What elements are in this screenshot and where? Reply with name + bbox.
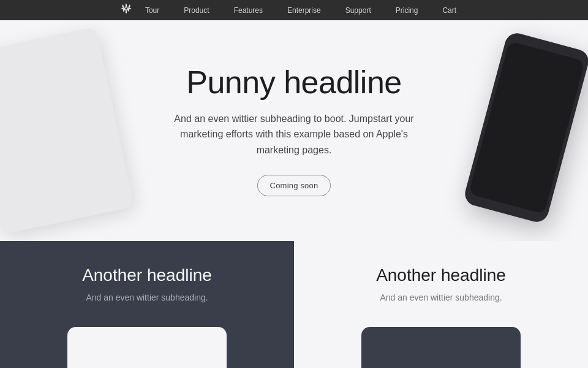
device-left-illustration — [0, 26, 134, 234]
card-mockup-right — [361, 327, 521, 368]
section-left-subheading: And an even wittier subheading. — [86, 293, 208, 302]
navbar: Tour Product Features Enterprise Support… — [0, 0, 588, 20]
section-right-headline: Another headline — [376, 266, 506, 285]
logo-icon[interactable] — [121, 3, 132, 17]
nav-item-product[interactable]: Product — [173, 0, 220, 20]
hero-subtitle: And an even wittier subheading to boot. … — [165, 111, 423, 158]
hero-title: Punny headline — [165, 65, 423, 100]
section-right-subheading: And an even wittier subheading. — [380, 293, 502, 302]
nav-item-enterprise[interactable]: Enterprise — [276, 0, 332, 20]
nav-item-support[interactable]: Support — [334, 0, 382, 20]
section-dark: Another headline And an even wittier sub… — [0, 241, 294, 368]
device-screen — [469, 41, 585, 214]
section-left-headline: Another headline — [82, 266, 212, 285]
nav-item-features[interactable]: Features — [223, 0, 274, 20]
hero-content: Punny headline And an even wittier subhe… — [153, 28, 435, 234]
device-right-illustration — [462, 31, 588, 224]
nav-item-cart[interactable]: Cart — [431, 0, 467, 20]
hero-section: Punny headline And an even wittier subhe… — [0, 20, 588, 241]
nav-items: Tour Product Features Enterprise Support… — [0, 0, 588, 20]
section-light: Another headline And an even wittier sub… — [294, 241, 588, 368]
cta-button[interactable]: Coming soon — [257, 175, 331, 196]
card-mockup-left — [67, 327, 227, 368]
bottom-sections: Another headline And an even wittier sub… — [0, 241, 588, 368]
nav-item-tour[interactable]: Tour — [134, 0, 170, 20]
nav-item-pricing[interactable]: Pricing — [385, 0, 429, 20]
